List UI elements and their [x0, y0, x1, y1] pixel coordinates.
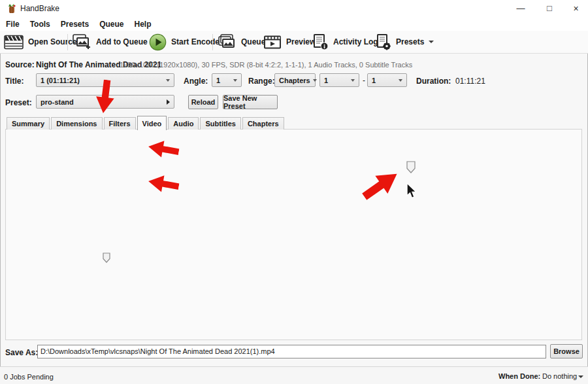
- activity-log-button[interactable]: Activity Log: [312, 32, 378, 52]
- queue-button[interactable]: Queue: [217, 32, 265, 52]
- tab-chapters[interactable]: Chapters: [242, 117, 284, 130]
- toolbar-presets-button[interactable]: Presets: [374, 32, 434, 52]
- jobs-pending-status: 0 Jobs Pending: [4, 373, 54, 381]
- queue-icon: [217, 33, 237, 50]
- encoder-preset-slider-thumb[interactable]: [103, 253, 110, 263]
- chevron-down-icon: [429, 41, 434, 43]
- handbrake-logo-icon: [7, 3, 17, 14]
- duration-value: 01:11:21: [455, 77, 485, 86]
- save-as-input[interactable]: D:\Downloads\xTemp\vlcsnaps\Night Of The…: [37, 345, 546, 358]
- chevron-down-icon: [166, 79, 170, 82]
- chevron-down-icon: [351, 79, 355, 82]
- title-select-value: 1 (01:11:21): [41, 77, 80, 84]
- minimize-button[interactable]: —: [506, 0, 535, 17]
- title-label: Title:: [5, 77, 24, 86]
- status-bar: 0 Jobs Pending When Done: Do nothing: [0, 366, 588, 384]
- angle-label: Angle:: [184, 77, 208, 86]
- menu-bar: File Tools Presets Queue Help: [0, 17, 588, 31]
- chevron-down-icon: [313, 79, 317, 82]
- when-done-select[interactable]: Do nothing: [542, 372, 577, 380]
- source-label: Source:: [5, 60, 35, 69]
- duration-label: Duration:: [416, 77, 451, 86]
- range-start-select[interactable]: 1: [319, 73, 359, 87]
- queue-label: Queue: [241, 37, 265, 46]
- when-done-label: When Done:: [498, 372, 540, 380]
- range-separator: -: [363, 76, 365, 85]
- preset-select-value: pro-stand: [41, 98, 74, 106]
- open-source-button[interactable]: Open Source: [4, 32, 77, 52]
- source-details: 1920x1080 (1920x1080), 30 FPS, SDR (8-bi…: [120, 61, 412, 69]
- open-source-label: Open Source: [28, 37, 77, 46]
- activity-log-label: Activity Log: [333, 37, 378, 46]
- range-start-value: 1: [324, 77, 328, 84]
- title-bar: HandBrake — □ ×: [0, 0, 588, 17]
- toolbar-separator: [67, 34, 68, 50]
- tab-audio[interactable]: Audio: [168, 117, 199, 130]
- chevron-down-icon: [399, 79, 402, 82]
- range-end-value: 1: [372, 77, 376, 84]
- tab-video[interactable]: Video: [137, 116, 167, 130]
- start-encode-button[interactable]: Start Encode: [149, 32, 220, 52]
- close-button[interactable]: ×: [564, 0, 588, 17]
- window-title: HandBrake: [20, 0, 59, 17]
- toolbar-presets-label: Presets: [396, 37, 424, 46]
- menu-file[interactable]: File: [1, 20, 25, 29]
- video-tab-panel: [5, 129, 582, 340]
- play-circle-icon: [149, 33, 167, 51]
- tab-subtitles[interactable]: Subtitles: [200, 117, 240, 130]
- annotation-arrow-video-tab: [93, 79, 118, 115]
- angle-select[interactable]: 1: [212, 73, 242, 87]
- menu-help[interactable]: Help: [129, 20, 157, 29]
- save-new-preset-button[interactable]: Save New Preset: [223, 95, 278, 109]
- tab-filters[interactable]: Filters: [104, 117, 136, 130]
- range-type-value: Chapters: [279, 77, 310, 84]
- menu-queue[interactable]: Queue: [94, 20, 129, 29]
- toolbar-separator: [212, 34, 213, 50]
- mouse-cursor: [405, 183, 418, 200]
- film-preview-icon: [263, 35, 282, 50]
- preset-label: Preset:: [5, 98, 32, 107]
- add-to-queue-icon: [72, 33, 91, 50]
- tab-strip: Summary Dimensions Filters Video Audio S…: [7, 117, 286, 130]
- clapperboard-icon: [4, 35, 24, 50]
- menu-presets[interactable]: Presets: [56, 20, 94, 29]
- save-as-label: Save As:: [5, 348, 38, 357]
- tab-summary[interactable]: Summary: [7, 117, 50, 130]
- range-end-select[interactable]: 1: [367, 73, 407, 87]
- maximize-button[interactable]: □: [535, 0, 564, 17]
- range-label: Range:: [248, 77, 275, 86]
- reload-button[interactable]: Reload: [188, 95, 218, 109]
- quality-slider-thumb[interactable]: [406, 161, 416, 173]
- chevron-right-icon: [167, 99, 170, 105]
- presets-icon: [374, 33, 391, 50]
- activity-log-icon: [312, 33, 329, 50]
- range-type-select[interactable]: Chapters: [274, 73, 316, 87]
- chevron-down-icon: [233, 79, 237, 82]
- chevron-down-icon[interactable]: [578, 375, 583, 378]
- tab-dimensions[interactable]: Dimensions: [51, 117, 102, 130]
- angle-select-value: 1: [216, 77, 220, 84]
- browse-button[interactable]: Browse: [550, 344, 583, 358]
- add-to-queue-button[interactable]: Add to Queue: [72, 32, 157, 52]
- menu-tools[interactable]: Tools: [25, 20, 56, 29]
- add-to-queue-label: Add to Queue: [96, 37, 148, 46]
- preview-button[interactable]: Preview: [263, 32, 316, 52]
